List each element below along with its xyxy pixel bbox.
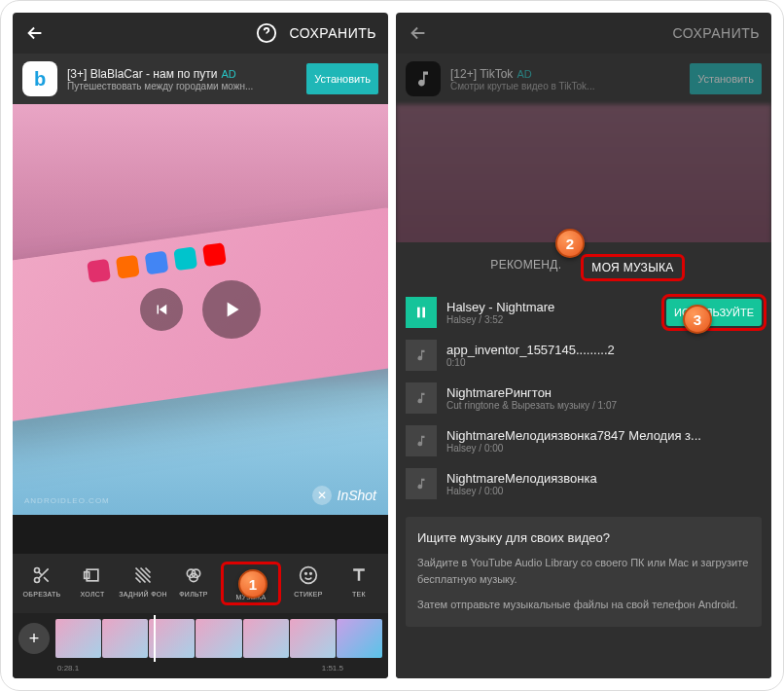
svg-point-2 xyxy=(35,578,40,583)
svg-point-8 xyxy=(301,567,317,584)
ad-banner[interactable]: b [3+] BlaBlaCar - нам по путиAD Путешес… xyxy=(13,54,388,104)
svg-rect-12 xyxy=(422,308,425,318)
tool-sticker[interactable]: СТИКЕР xyxy=(285,564,332,603)
prev-icon[interactable] xyxy=(140,288,183,331)
callout-1: 1 xyxy=(238,569,267,599)
track-item[interactable]: app_inventor_1557145.........2 0:10 xyxy=(396,334,771,377)
track-item[interactable]: NightmareМелодиязвонка Halsey / 0:00 xyxy=(396,462,771,505)
tool-crop[interactable]: ОБРЕЗАТЬ xyxy=(18,564,65,603)
ad-subtitle: Смотри крутые видео в TikTok... xyxy=(450,81,680,91)
track-title: NightmareРингтон xyxy=(446,385,762,400)
info-title: Ищите музыку для своих видео? xyxy=(417,530,750,545)
inshot-watermark: InShot xyxy=(338,488,376,503)
ad-title: [12+] TikTokAD xyxy=(450,67,680,81)
track-title: Halsey - Nightmare xyxy=(446,300,657,314)
track-meta: Halsey / 0:00 xyxy=(446,486,762,496)
pause-icon[interactable] xyxy=(406,297,437,328)
background-icon xyxy=(131,564,155,587)
use-track-button[interactable]: ИСПОЛЬЗУЙТЕ xyxy=(666,299,762,326)
canvas-icon xyxy=(81,564,104,587)
music-note-icon xyxy=(406,340,437,371)
track-meta: 0:10 xyxy=(446,357,762,368)
track-meta: Halsey / 0:00 xyxy=(446,443,762,454)
svg-point-1 xyxy=(35,568,40,573)
ad-title: [3+] BlaBlaCar - нам по путиAD xyxy=(67,67,297,81)
track-item[interactable]: Halsey - Nightmare Halsey / 3:52 ИСПОЛЬЗ… xyxy=(396,291,771,334)
help-icon[interactable] xyxy=(256,22,277,44)
ad-install-button[interactable]: Установить xyxy=(690,63,762,94)
info-box: Ищите музыку для своих видео? Зайдите в … xyxy=(406,517,762,627)
music-note-icon xyxy=(406,382,437,414)
save-button[interactable]: СОХРАНИТЬ xyxy=(289,25,376,41)
info-text: Затем отправьте музыкальные файлы на сво… xyxy=(417,597,750,613)
ad-install-button[interactable]: Установить xyxy=(306,63,378,94)
ad-app-icon: b xyxy=(22,61,57,96)
music-note-icon xyxy=(406,468,437,499)
video-preview[interactable]: ANDROIDLEO.COM ✕ InShot xyxy=(13,104,388,515)
ad-banner[interactable]: [12+] TikTokAD Смотри крутые видео в Tik… xyxy=(396,54,771,104)
sticker-icon xyxy=(297,564,320,587)
add-clip-button[interactable]: + xyxy=(18,623,50,654)
callout-3: 3 xyxy=(683,305,712,334)
info-text: Зайдите в YouTube Audio Library со своег… xyxy=(417,555,750,587)
tool-background[interactable]: ЗАДНИЙ ФОН xyxy=(120,564,166,603)
track-title: app_inventor_1557145.........2 xyxy=(446,343,762,357)
track-item[interactable]: NightmareМелодиязвонка7847 Мелодия з... … xyxy=(396,419,771,462)
svg-point-9 xyxy=(305,573,307,575)
tool-canvas[interactable]: ХОЛСТ xyxy=(69,564,116,603)
svg-rect-11 xyxy=(417,308,420,318)
track-item[interactable]: NightmareРингтон Cut ringtone & Вырезать… xyxy=(396,377,771,419)
track-meta: Halsey / 3:52 xyxy=(446,314,657,325)
save-button[interactable]: СОХРАНИТЬ xyxy=(672,25,760,41)
track-title: NightmareМелодиязвонка xyxy=(446,471,762,486)
tool-filter[interactable]: ФИЛЬТР xyxy=(170,564,217,603)
track-meta: Cut ringtone & Вырезать музыку / 1:07 xyxy=(446,400,762,411)
filter-icon xyxy=(182,564,205,587)
svg-point-10 xyxy=(310,573,312,575)
close-watermark-icon[interactable]: ✕ xyxy=(312,486,332,505)
phone-right-music: СОХРАНИТЬ [12+] TikTokAD Смотри крутые в… xyxy=(396,13,771,678)
back-icon[interactable] xyxy=(24,22,46,44)
topbar: СОХРАНИТЬ xyxy=(396,13,771,54)
timeline-thumbnails[interactable] xyxy=(55,619,382,658)
ad-app-icon xyxy=(406,61,441,96)
timecodes: 0:28.1 1:51.5 xyxy=(13,664,388,678)
playhead[interactable] xyxy=(154,615,156,662)
ad-subtitle: Путешествовать между городами можн... xyxy=(67,81,297,91)
tool-text[interactable]: ТЕК xyxy=(336,564,382,603)
editor-toolbar: ОБРЕЗАТЬ ХОЛСТ ЗАДНИЙ ФОН ФИЛЬТР МУЗЫКА xyxy=(13,554,388,613)
callout-2: 2 xyxy=(555,229,585,258)
brand-watermark: ANDROIDLEO.COM xyxy=(24,496,110,505)
scissors-icon xyxy=(30,564,53,587)
track-title: NightmareМелодиязвонка7847 Мелодия з... xyxy=(446,428,762,443)
track-list: Halsey - Nightmare Halsey / 3:52 ИСПОЛЬЗ… xyxy=(396,291,771,505)
phone-left-editor: СОХРАНИТЬ b [3+] BlaBlaCar - нам по пути… xyxy=(13,13,388,678)
tab-recommend[interactable]: РЕКОМЕНД. xyxy=(482,254,569,281)
text-icon xyxy=(347,564,371,587)
play-icon[interactable] xyxy=(202,280,261,339)
topbar: СОХРАНИТЬ xyxy=(13,13,388,54)
back-icon[interactable] xyxy=(408,22,429,44)
tab-my-music[interactable]: МОЯ МУЗЫКА xyxy=(581,254,684,281)
music-panel: РЕКОМЕНД. МОЯ МУЗЫКА Halsey - Nightmare … xyxy=(396,242,771,678)
music-note-icon xyxy=(406,425,437,456)
timeline[interactable]: + xyxy=(13,613,388,664)
